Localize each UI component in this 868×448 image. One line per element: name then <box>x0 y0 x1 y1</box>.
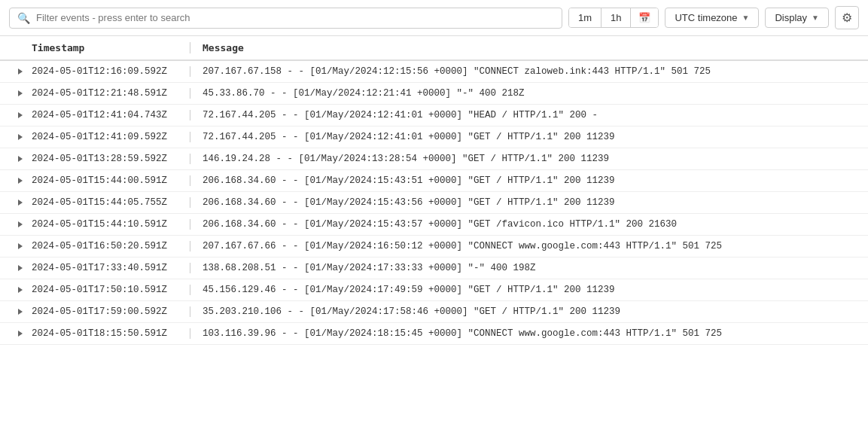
chevron-right-icon <box>18 156 23 162</box>
chevron-right-icon <box>18 112 23 118</box>
row-message: 146.19.24.28 - - [01/May/2024:13:28:54 +… <box>203 154 859 164</box>
row-expand-button[interactable] <box>9 69 32 75</box>
row-divider <box>190 219 190 230</box>
display-button[interactable]: Display ▼ <box>765 8 829 28</box>
row-message: 207.167.67.158 - - [01/May/2024:12:15:56… <box>203 66 859 77</box>
chevron-right-icon <box>18 90 23 96</box>
chevron-right-icon <box>18 178 23 184</box>
column-divider <box>190 42 190 53</box>
row-divider <box>190 263 190 273</box>
search-icon: 🔍 <box>17 12 30 24</box>
row-expand-button[interactable] <box>9 134 32 140</box>
chevron-right-icon <box>18 287 23 293</box>
table-row: 2024-05-01T15:44:00.591Z 206.168.34.60 -… <box>0 170 868 192</box>
search-input[interactable] <box>36 12 554 23</box>
row-timestamp: 2024-05-01T16:50:20.591Z <box>32 241 190 251</box>
chevron-right-icon <box>18 134 23 140</box>
time-1h-button[interactable]: 1h <box>602 8 631 27</box>
header-timestamp: Timestamp <box>32 42 190 53</box>
row-timestamp: 2024-05-01T15:44:05.755Z <box>32 197 190 208</box>
row-timestamp: 2024-05-01T12:21:48.591Z <box>32 88 190 99</box>
row-message: 103.116.39.96 - - [01/May/2024:18:15:45 … <box>203 328 859 339</box>
table-row: 2024-05-01T12:41:04.743Z 72.167.44.205 -… <box>0 105 868 126</box>
row-expand-button[interactable] <box>9 112 32 118</box>
row-timestamp: 2024-05-01T17:50:10.591Z <box>32 285 190 295</box>
row-message: 206.168.34.60 - - [01/May/2024:15:43:57 … <box>203 219 859 230</box>
timezone-label: UTC timezone <box>675 12 737 23</box>
row-message: 207.167.67.66 - - [01/May/2024:16:50:12 … <box>203 241 859 251</box>
row-timestamp: 2024-05-01T15:44:00.591Z <box>32 175 190 186</box>
table-row: 2024-05-01T16:50:20.591Z 207.167.67.66 -… <box>0 236 868 258</box>
chevron-right-icon <box>18 69 23 75</box>
row-divider <box>190 88 190 99</box>
display-dropdown-arrow: ▼ <box>812 14 819 22</box>
row-message: 206.168.34.60 - - [01/May/2024:15:43:51 … <box>203 175 859 186</box>
row-divider <box>190 328 190 339</box>
row-divider <box>190 241 190 251</box>
row-message: 138.68.208.51 - - [01/May/2024:17:33:33 … <box>203 263 859 273</box>
row-expand-button[interactable] <box>9 178 32 184</box>
row-timestamp: 2024-05-01T12:41:09.592Z <box>32 132 190 142</box>
table-row: 2024-05-01T13:28:59.592Z 146.19.24.28 - … <box>0 148 868 170</box>
chevron-right-icon <box>18 243 23 249</box>
row-timestamp: 2024-05-01T13:28:59.592Z <box>32 154 190 164</box>
row-divider <box>190 154 190 164</box>
table-header: Timestamp Message <box>0 36 868 61</box>
calendar-button[interactable]: 📅 <box>631 8 658 27</box>
row-expand-button[interactable] <box>9 265 32 271</box>
row-timestamp: 2024-05-01T17:59:00.592Z <box>32 306 190 317</box>
row-divider <box>190 132 190 142</box>
row-divider <box>190 110 190 120</box>
search-wrapper: 🔍 <box>9 8 562 29</box>
row-message: 206.168.34.60 - - [01/May/2024:15:43:56 … <box>203 197 859 208</box>
row-message: 72.167.44.205 - - [01/May/2024:12:41:01 … <box>203 110 859 120</box>
table-body: 2024-05-01T12:16:09.592Z 207.167.67.158 … <box>0 61 868 345</box>
row-message: 35.203.210.106 - - [01/May/2024:17:58:46… <box>203 306 859 317</box>
gear-icon: ⚙ <box>842 11 852 25</box>
row-expand-button[interactable] <box>9 331 32 337</box>
row-divider <box>190 66 190 77</box>
chevron-right-icon <box>18 265 23 271</box>
display-label: Display <box>775 12 807 23</box>
row-expand-button[interactable] <box>9 309 32 315</box>
time-1m-button[interactable]: 1m <box>569 8 602 27</box>
row-message: 45.156.129.46 - - [01/May/2024:17:49:59 … <box>203 285 859 295</box>
chevron-right-icon <box>18 331 23 337</box>
row-expand-button[interactable] <box>9 287 32 293</box>
row-expand-button[interactable] <box>9 90 32 96</box>
row-message: 45.33.86.70 - - [01/May/2024:12:21:41 +0… <box>203 88 859 99</box>
row-divider <box>190 175 190 186</box>
table-row: 2024-05-01T12:16:09.592Z 207.167.67.158 … <box>0 61 868 83</box>
table-row: 2024-05-01T12:21:48.591Z 45.33.86.70 - -… <box>0 83 868 105</box>
chevron-right-icon <box>18 221 23 227</box>
row-timestamp: 2024-05-01T17:33:40.591Z <box>32 263 190 273</box>
table-row: 2024-05-01T15:44:05.755Z 206.168.34.60 -… <box>0 192 868 214</box>
timezone-dropdown-arrow: ▼ <box>742 14 750 22</box>
timezone-button[interactable]: UTC timezone ▼ <box>665 8 759 28</box>
row-timestamp: 2024-05-01T12:41:04.743Z <box>32 110 190 120</box>
row-expand-button[interactable] <box>9 221 32 227</box>
header-message: Message <box>203 42 859 53</box>
row-timestamp: 2024-05-01T15:44:10.591Z <box>32 219 190 230</box>
table-row: 2024-05-01T17:33:40.591Z 138.68.208.51 -… <box>0 258 868 279</box>
table-row: 2024-05-01T18:15:50.591Z 103.116.39.96 -… <box>0 323 868 345</box>
row-timestamp: 2024-05-01T12:16:09.592Z <box>32 66 190 77</box>
table-row: 2024-05-01T15:44:10.591Z 206.168.34.60 -… <box>0 214 868 236</box>
calendar-icon: 📅 <box>638 12 650 23</box>
chevron-right-icon <box>18 200 23 206</box>
toolbar: 🔍 1m 1h 📅 UTC timezone ▼ Display ▼ ⚙ <box>0 0 868 36</box>
settings-button[interactable]: ⚙ <box>835 6 859 29</box>
row-expand-button[interactable] <box>9 156 32 162</box>
row-message: 72.167.44.205 - - [01/May/2024:12:41:01 … <box>203 132 859 142</box>
table-row: 2024-05-01T17:59:00.592Z 35.203.210.106 … <box>0 301 868 323</box>
table-row: 2024-05-01T12:41:09.592Z 72.167.44.205 -… <box>0 126 868 148</box>
chevron-right-icon <box>18 309 23 315</box>
row-expand-button[interactable] <box>9 200 32 206</box>
time-controls: 1m 1h 📅 <box>568 8 659 28</box>
row-expand-button[interactable] <box>9 243 32 249</box>
row-divider <box>190 285 190 295</box>
row-timestamp: 2024-05-01T18:15:50.591Z <box>32 328 190 339</box>
table-row: 2024-05-01T17:50:10.591Z 45.156.129.46 -… <box>0 279 868 301</box>
row-divider <box>190 306 190 317</box>
row-divider <box>190 197 190 208</box>
